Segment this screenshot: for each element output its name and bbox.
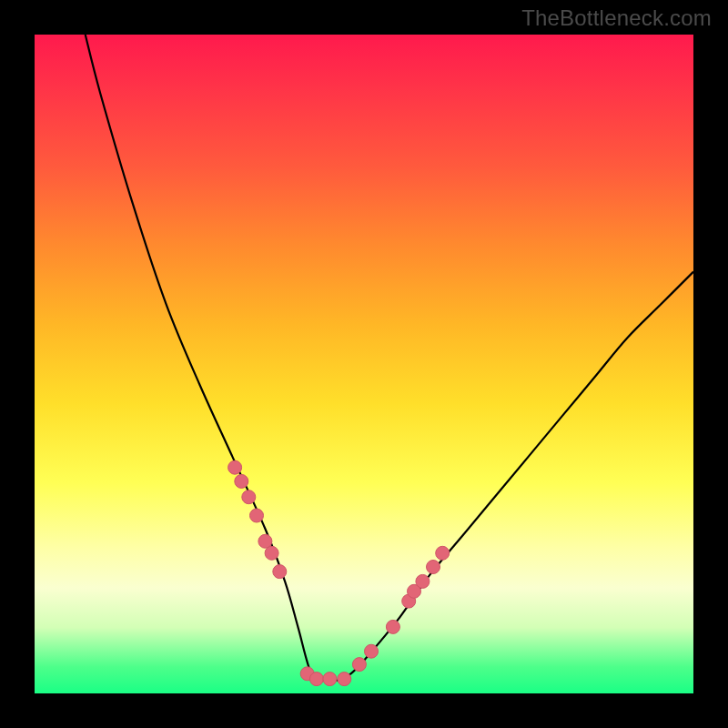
data-marker xyxy=(250,509,264,522)
markers-group xyxy=(228,460,450,685)
data-marker xyxy=(338,672,351,686)
chart-frame: TheBottleneck.com xyxy=(0,0,728,728)
data-marker xyxy=(258,534,272,548)
data-marker xyxy=(323,672,337,686)
bottleneck-curve xyxy=(86,35,693,681)
data-marker xyxy=(309,672,323,686)
data-marker xyxy=(273,565,287,579)
chart-overlay xyxy=(35,35,693,693)
data-marker xyxy=(436,546,450,560)
data-marker xyxy=(416,574,430,588)
data-marker xyxy=(242,490,256,504)
data-marker xyxy=(365,644,379,658)
data-marker xyxy=(402,594,416,608)
data-marker xyxy=(300,667,314,681)
data-marker xyxy=(352,658,366,672)
data-marker xyxy=(265,546,278,560)
data-marker xyxy=(235,474,248,488)
data-marker xyxy=(408,584,421,598)
watermark-text: TheBottleneck.com xyxy=(521,5,712,31)
data-marker xyxy=(228,460,242,474)
data-marker xyxy=(386,620,399,633)
data-marker xyxy=(427,561,440,574)
plot-area xyxy=(35,35,693,693)
